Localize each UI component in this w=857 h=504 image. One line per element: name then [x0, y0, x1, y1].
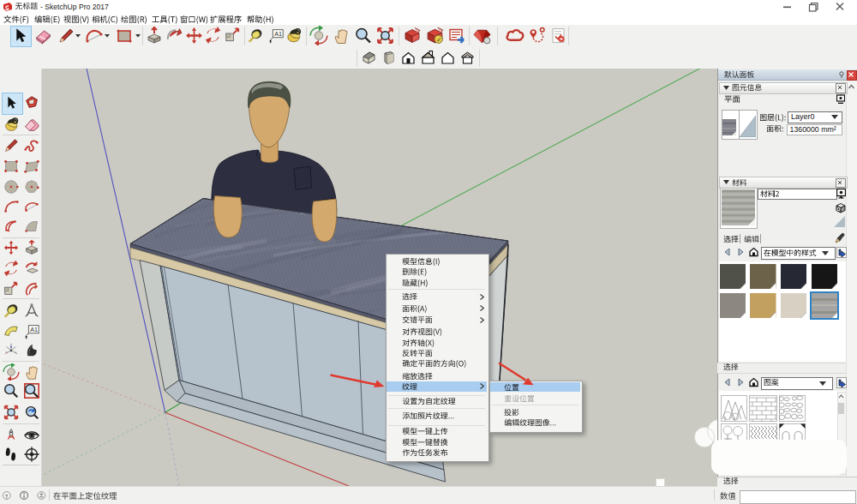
svg-text:A1: A1: [30, 326, 38, 333]
svg-text:✓: ✓: [436, 36, 441, 44]
svg-text:A1: A1: [274, 30, 282, 38]
